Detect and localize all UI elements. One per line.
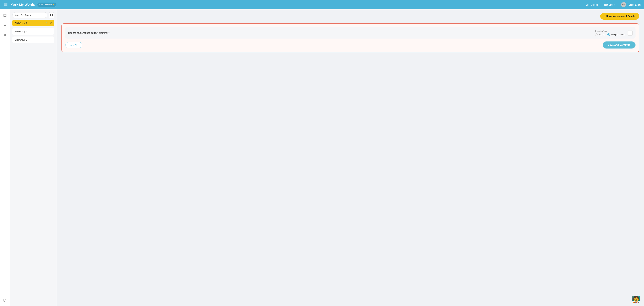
svg-rect-0	[4, 4, 8, 4]
radio-circle-multiple-choice	[608, 33, 610, 36]
sidebar-icon-groups[interactable]	[2, 22, 8, 28]
nav-user-guides[interactable]: User Guides	[583, 4, 601, 6]
feedback-dot	[53, 4, 54, 5]
skill-card: Has the student used correct grammar? Qu…	[65, 27, 636, 39]
question-type-container: Question Type Yes/No Multiple Choice	[595, 30, 625, 36]
svg-point-7	[5, 24, 6, 25]
app-header: Mark My Words Give Feedback User Guides …	[0, 0, 644, 9]
sidebar-icon-layout[interactable]	[2, 12, 8, 18]
show-assessment-button[interactable]: + Show Assessment Details	[600, 13, 640, 20]
sidebar-toggle-icon[interactable]	[4, 2, 8, 7]
left-panel: + Add Skill Group Skill Group 1 ✏️ 🗑 Ski…	[10, 9, 57, 306]
radio-group: Yes/No Multiple Choice	[595, 33, 625, 36]
skill-question-text: Has the student used correct grammar?	[68, 32, 589, 34]
save-continue-button[interactable]: Save and Continue	[602, 42, 636, 49]
skill-group-label-1: Skill Group 1	[15, 22, 27, 24]
skill-group-item-3[interactable]: Skill Group 3	[12, 37, 54, 43]
svg-rect-3	[4, 14, 5, 15]
skill-area-footer: + Add Skill Save and Continue	[65, 42, 636, 49]
avatar: GR	[621, 2, 626, 7]
body-layout: + Add Skill Group Skill Group 1 ✏️ 🗑 Ski…	[0, 9, 644, 306]
radio-circle-yes-no	[595, 33, 598, 36]
svg-rect-4	[5, 14, 6, 15]
svg-rect-1	[4, 5, 8, 5]
sidebar-icon-person[interactable]	[2, 32, 8, 38]
collapse-panel-button[interactable]	[49, 12, 54, 18]
svg-rect-5	[4, 15, 6, 17]
skill-group-item-1[interactable]: Skill Group 1 ✏️ 🗑	[12, 20, 54, 26]
skill-group-1-actions: ✏️ 🗑	[46, 22, 52, 24]
give-feedback-label: Give Feedback	[39, 4, 52, 6]
question-type-label: Question Type	[595, 30, 608, 32]
skill-group-item-2[interactable]: Skill Group 2	[12, 28, 54, 35]
sidebar-icon-logout[interactable]	[2, 297, 8, 303]
icon-sidebar	[0, 9, 10, 306]
add-skill-group-button[interactable]: + Add Skill Group	[12, 12, 47, 18]
skill-area: Has the student used correct grammar? Qu…	[62, 24, 639, 52]
skill-group-label-3: Skill Group 3	[15, 39, 27, 41]
radio-yes-no[interactable]: Yes/No	[595, 33, 605, 36]
radio-multiple-choice[interactable]: Multiple Choice	[608, 33, 625, 36]
give-feedback-button[interactable]: Give Feedback	[37, 3, 56, 7]
collapse-skill-card-button[interactable]	[627, 30, 632, 36]
svg-rect-10	[50, 14, 52, 16]
svg-point-8	[4, 34, 6, 35]
nav-test-school[interactable]: Test School	[601, 4, 618, 6]
user-name: Grace Elliott	[628, 4, 640, 6]
user-profile[interactable]: GR Grace Elliott	[618, 2, 640, 7]
radio-label-multiple-choice: Multiple Choice	[611, 33, 625, 36]
main-content: + Show Assessment Details Has the studen…	[57, 9, 644, 306]
header-right: User Guides Test School GR Grace Elliott	[583, 2, 640, 7]
delete-skill-group-1-icon[interactable]: 🗑	[50, 22, 52, 24]
radio-label-yes-no: Yes/No	[599, 33, 605, 36]
left-panel-top: + Add Skill Group	[12, 12, 54, 18]
add-skill-button[interactable]: + Add Skill	[65, 42, 82, 48]
svg-rect-2	[4, 6, 8, 6]
header-left: Mark My Words Give Feedback	[4, 2, 56, 7]
skill-group-label-2: Skill Group 2	[15, 30, 27, 33]
edit-skill-group-1-icon[interactable]: ✏️	[46, 22, 48, 24]
app-title: Mark My Words	[10, 3, 35, 7]
